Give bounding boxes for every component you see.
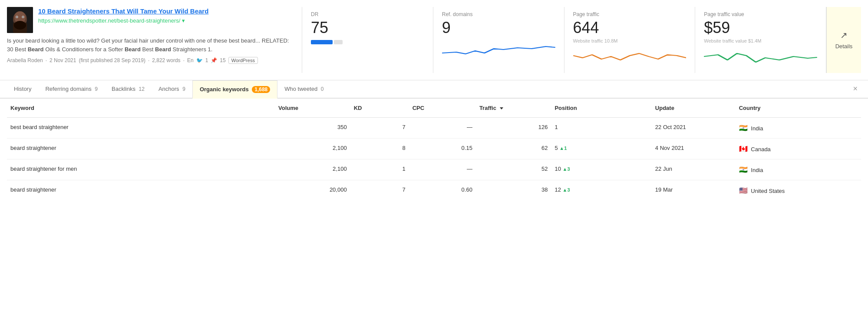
first-published: (first published 28 Sep 2019) (79, 57, 145, 63)
cell-traffic: 126 (476, 117, 551, 138)
cell-position: 10 ▲3 (551, 159, 651, 180)
tab-anchors[interactable]: Anchors 9 (152, 80, 192, 98)
tab-who-tweeted-count: 0 (321, 86, 324, 92)
page-traffic-value-metric: Page traffic value $59 Website traffic v… (695, 7, 826, 73)
word-count: 2,822 words (152, 57, 180, 63)
article-description: Is your beard looking a little too wild?… (7, 36, 293, 53)
flag-icon: 🇮🇳 (739, 166, 748, 174)
position-value: 12 (554, 186, 561, 193)
cell-traffic: 38 (476, 180, 551, 201)
ref-domains-metric: Ref. domains 9 (433, 7, 564, 73)
sort-arrow-traffic (500, 107, 503, 109)
tab-anchors-count: 9 (182, 86, 185, 92)
keywords-table-wrapper: Keyword Volume KD CPC Traffic Position (0, 99, 868, 201)
cms-badge: WordPress (228, 57, 258, 64)
page-traffic-value: 644 (573, 19, 686, 36)
cell-volume: 20,000 (275, 180, 350, 201)
tab-history[interactable]: History (7, 80, 38, 98)
page-traffic-value-label: Page traffic value (704, 11, 817, 17)
cell-position: 5 ▲1 (551, 138, 651, 159)
page-traffic-label: Page traffic (573, 11, 686, 17)
dropdown-icon[interactable]: ▾ (182, 17, 185, 24)
page-traffic-value-value: $59 (704, 19, 817, 36)
col-header-position[interactable]: Position (551, 99, 651, 118)
table-row: beard straightener 2,100 8 0.15 62 5 ▲1 … (7, 138, 861, 159)
country-name: United States (751, 188, 785, 194)
dr-value: 75 (311, 19, 424, 36)
cell-update: 22 Jun (652, 159, 736, 180)
trending-icon: ↗ (840, 30, 848, 40)
position-value: 1 (554, 124, 558, 130)
cell-volume: 350 (275, 117, 350, 138)
svg-point-7 (17, 17, 18, 18)
cell-update: 4 Nov 2021 (652, 138, 736, 159)
dr-bar-filled (311, 40, 333, 44)
country-name: India (751, 167, 763, 173)
cell-country: 🇨🇦 Canada (736, 138, 861, 159)
tab-referring-domains-count: 9 (95, 86, 98, 92)
position-value: 5 (554, 145, 558, 151)
author: Arabella Roden (7, 57, 43, 63)
tabs-bar: History Referring domains 9 Backlinks 12… (0, 80, 868, 99)
cell-cpc: — (409, 159, 476, 180)
dr-metric: DR 75 (302, 7, 433, 73)
cell-position: 12 ▲3 (551, 180, 651, 201)
article-thumbnail (7, 7, 33, 33)
position-change: ▲1 (559, 146, 567, 151)
cell-cpc: 0.60 (409, 180, 476, 201)
col-header-volume[interactable]: Volume (275, 99, 350, 118)
cell-update: 22 Oct 2021 (652, 117, 736, 138)
cell-volume: 2,100 (275, 138, 350, 159)
col-header-cpc[interactable]: CPC (409, 99, 476, 118)
dr-label: DR (311, 11, 424, 17)
cell-volume: 2,100 (275, 159, 350, 180)
top-card: 10 Beard Straighteners That Will Tame Yo… (0, 0, 868, 80)
article-title[interactable]: 10 Beard Straighteners That Will Tame Yo… (38, 7, 293, 16)
position-change: ▲3 (563, 187, 570, 192)
cell-cpc: 0.15 (409, 138, 476, 159)
pinterest-icon: 📌 (211, 57, 217, 63)
table-header-row: Keyword Volume KD CPC Traffic Position (7, 99, 861, 118)
cell-keyword: best beard straightener (7, 117, 275, 138)
col-header-keyword: Keyword (7, 99, 275, 118)
publish-date: 2 Nov 2021 (50, 57, 76, 63)
tab-backlinks-count: 12 (139, 86, 145, 92)
page-traffic-value-chart (704, 47, 817, 69)
keywords-table: Keyword Volume KD CPC Traffic Position (7, 99, 861, 201)
tab-referring-domains[interactable]: Referring domains 9 (38, 80, 105, 98)
pinterest-count: 15 (220, 57, 225, 63)
dr-bar (311, 40, 424, 44)
metrics-section: DR 75 Ref. domains 9 Page traffic 644 We… (302, 7, 861, 73)
page-traffic-metric: Page traffic 644 Website traffic 10.8M (564, 7, 696, 73)
cell-keyword: beard straightener (7, 138, 275, 159)
col-header-kd[interactable]: KD (350, 99, 409, 118)
cell-update: 19 Mar (652, 180, 736, 201)
dr-bar-empty (334, 40, 343, 44)
page-traffic-chart (573, 47, 686, 69)
position-change: ▲3 (563, 166, 570, 172)
article-url[interactable]: https://www.thetrendspotter.net/best-bea… (38, 17, 293, 24)
cell-traffic: 62 (476, 138, 551, 159)
cell-kd: 7 (350, 180, 409, 201)
svg-point-4 (14, 21, 26, 30)
close-button[interactable]: × (849, 81, 861, 97)
tab-backlinks[interactable]: Backlinks 12 (105, 80, 152, 98)
twitter-icon: 🐦 (196, 57, 203, 63)
tab-organic-keywords[interactable]: Organic keywords 1,688 (192, 80, 277, 99)
col-header-traffic[interactable]: Traffic (476, 99, 551, 118)
cell-country: 🇺🇸 United States (736, 180, 861, 201)
cell-traffic: 52 (476, 159, 551, 180)
tab-who-tweeted[interactable]: Who tweeted 0 (277, 80, 330, 98)
cell-keyword: beard straightener for men (7, 159, 275, 180)
page-traffic-sub: Website traffic 10.8M (573, 38, 686, 43)
flag-icon: 🇨🇦 (739, 145, 748, 153)
country-name: Canada (751, 146, 771, 153)
ref-domains-label: Ref. domains (442, 11, 555, 17)
cell-keyword: beard straightener (7, 180, 275, 201)
svg-point-8 (23, 17, 24, 18)
table-row: beard straightener for men 2,100 1 — 52 … (7, 159, 861, 180)
col-header-update[interactable]: Update (652, 99, 736, 118)
col-header-country[interactable]: Country (736, 99, 861, 118)
cell-position: 1 (551, 117, 651, 138)
details-button[interactable]: ↗ Details (826, 7, 861, 73)
